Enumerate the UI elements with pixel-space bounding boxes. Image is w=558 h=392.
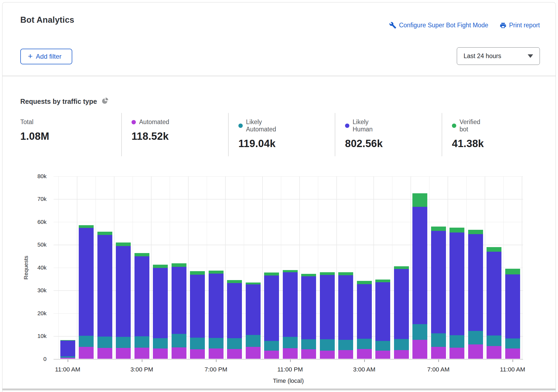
bar-segment-automated[interactable] [301,349,316,359]
bar-segment-automated[interactable] [412,340,427,359]
bar-segment-verified-bot[interactable] [394,266,409,269]
bar-segment-likely-human[interactable] [116,246,131,337]
bar-segment-likely-automated[interactable] [246,335,261,347]
bar-segment-automated[interactable] [172,347,186,359]
bar-segment-likely-human[interactable] [468,234,483,331]
bar-segment-verified-bot[interactable] [412,193,427,207]
bar-segment-likely-automated[interactable] [283,337,298,348]
bar-segment-verified-bot[interactable] [246,283,261,284]
bar-segment-likely-human[interactable] [246,284,261,335]
bar-segment-automated[interactable] [246,347,261,359]
bar-segment-likely-human[interactable] [394,269,409,339]
bar-segment-verified-bot[interactable] [79,225,94,228]
bar-segment-automated[interactable] [487,346,501,359]
bar-segment-verified-bot[interactable] [449,228,464,232]
bar-segment-automated[interactable] [264,351,279,359]
bar-segment-automated[interactable] [227,349,242,359]
bar-segment-likely-automated[interactable] [375,341,390,351]
bar-segment-likely-human[interactable] [190,275,205,338]
bar-segment-likely-automated[interactable] [301,339,316,349]
bar-segment-likely-automated[interactable] [412,324,427,340]
bar-segment-likely-automated[interactable] [97,337,112,348]
bar-segment-likely-automated[interactable] [153,338,168,348]
bar-segment-likely-human[interactable] [320,275,335,339]
bar-segment-verified-bot[interactable] [264,273,279,275]
bar-segment-verified-bot[interactable] [375,280,390,282]
bar-segment-likely-automated[interactable] [190,338,205,349]
bar-segment-automated[interactable] [468,344,483,359]
bar-segment-likely-human[interactable] [227,283,242,338]
bar-segment-automated[interactable] [134,348,149,359]
bar-segment-likely-automated[interactable] [172,334,186,347]
bar-segment-verified-bot[interactable] [153,265,168,268]
bar-segment-likely-automated[interactable] [116,337,131,348]
bar-segment-verified-bot[interactable] [301,274,316,276]
bar-segment-likely-human[interactable] [487,252,501,335]
bar-segment-verified-bot[interactable] [487,247,501,252]
bar-segment-verified-bot[interactable] [505,269,520,274]
bar-segment-verified-bot[interactable] [431,227,446,231]
bar-segment-verified-bot[interactable] [209,271,224,274]
bar-segment-likely-human[interactable] [153,268,168,338]
bar-segment-likely-automated[interactable] [60,356,75,358]
bar-segment-likely-automated[interactable] [264,341,279,351]
bar-segment-likely-automated[interactable] [505,338,520,348]
bar-segment-likely-human[interactable] [449,232,464,335]
bar-segment-likely-human[interactable] [134,256,149,336]
bar-segment-likely-automated[interactable] [338,340,353,350]
bar-segment-automated[interactable] [79,347,94,359]
bar-segment-likely-automated[interactable] [227,338,242,349]
bar-segment-automated[interactable] [60,358,75,359]
bar-segment-likely-human[interactable] [412,207,427,324]
bar-segment-likely-automated[interactable] [468,331,483,345]
bar-segment-verified-bot[interactable] [190,271,205,275]
bar-segment-verified-bot[interactable] [357,281,372,284]
bar-segment-likely-automated[interactable] [487,335,501,346]
bar-segment-verified-bot[interactable] [97,232,112,235]
bar-segment-likely-human[interactable] [357,284,372,339]
bar-segment-likely-human[interactable] [301,276,316,339]
bar-segment-likely-automated[interactable] [134,336,149,348]
bar-segment-verified-bot[interactable] [134,253,149,257]
bar-segment-automated[interactable] [209,348,224,359]
bar-segment-likely-human[interactable] [505,274,520,338]
bar-segment-automated[interactable] [97,348,112,359]
bar-segment-automated[interactable] [116,348,131,359]
bar-segment-likely-human[interactable] [172,267,186,334]
bar-segment-likely-automated[interactable] [394,339,409,350]
bar-segment-automated[interactable] [449,348,464,359]
bar-segment-likely-human[interactable] [97,235,112,337]
bar-segment-automated[interactable] [394,350,409,359]
bar-segment-verified-bot[interactable] [172,263,186,267]
bar-segment-verified-bot[interactable] [320,272,335,275]
bar-segment-likely-automated[interactable] [320,339,335,351]
bar-segment-automated[interactable] [338,350,353,359]
bar-segment-likely-automated[interactable] [357,339,372,349]
bar-segment-likely-human[interactable] [338,275,353,340]
bar-segment-likely-human[interactable] [431,231,446,333]
bar-segment-verified-bot[interactable] [468,230,483,234]
bar-segment-likely-automated[interactable] [449,335,464,348]
bar-segment-likely-human[interactable] [264,275,279,341]
bar-segment-likely-automated[interactable] [431,333,446,347]
bar-segment-automated[interactable] [283,348,298,359]
bar-segment-automated[interactable] [375,351,390,359]
bar-segment-verified-bot[interactable] [227,280,242,283]
bar-segment-verified-bot[interactable] [283,270,298,272]
bar-segment-automated[interactable] [505,348,520,359]
bar-segment-likely-human[interactable] [79,228,94,336]
bar-segment-automated[interactable] [357,349,372,359]
bar-segment-verified-bot[interactable] [338,272,353,275]
bar-segment-likely-human[interactable] [209,274,224,338]
bar-segment-likely-automated[interactable] [79,336,94,347]
bar-segment-verified-bot[interactable] [60,340,75,341]
bar-segment-automated[interactable] [431,347,446,359]
bar-segment-likely-human[interactable] [60,341,75,356]
bar-segment-automated[interactable] [153,348,168,359]
bar-segment-likely-human[interactable] [283,272,298,337]
bar-segment-likely-automated[interactable] [209,338,224,349]
bar-segment-verified-bot[interactable] [116,242,131,246]
bar-segment-likely-human[interactable] [375,282,390,341]
bar-segment-automated[interactable] [190,349,205,359]
bar-segment-automated[interactable] [320,351,335,359]
